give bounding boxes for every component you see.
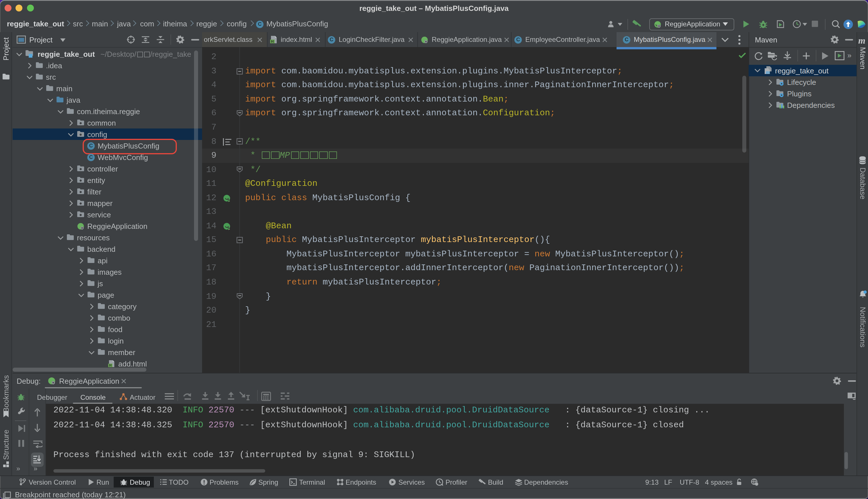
svg-text:m: m bbox=[766, 70, 770, 75]
svg-text:H: H bbox=[109, 363, 112, 367]
svg-text:H: H bbox=[271, 39, 274, 43]
